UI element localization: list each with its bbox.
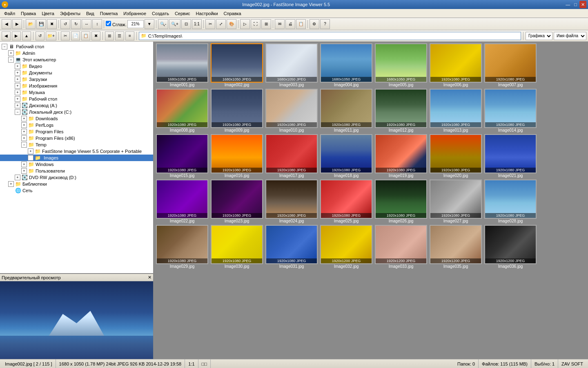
thumbnail-item[interactable]: 1920x1080 JPEGImage014.jpg — [484, 89, 537, 132]
tree-item[interactable]: −📁Temp — [0, 141, 153, 148]
tree-item[interactable]: +📁Музыка — [0, 89, 153, 96]
thumbnail-item[interactable]: 1920x1080 JPEGImage008.jpg — [156, 89, 209, 132]
thumbnail-item[interactable]: 1920x1080 JPEGImage026.jpg — [374, 180, 428, 223]
tree-expander[interactable]: + — [15, 175, 20, 180]
tree-expander[interactable]: + — [15, 76, 20, 82]
thumbnail-item[interactable]: 1920x1080 JPEGImage020.jpg — [429, 134, 482, 178]
thumbnail-item[interactable]: 1920x1080 JPEGImage018.jpg — [320, 134, 373, 178]
menu-item-файл[interactable]: Файл — [2, 10, 18, 17]
thumbnail-item[interactable]: 1920x1080 JPEGImage011.jpg — [320, 89, 373, 132]
open-button[interactable]: 📂 — [26, 19, 36, 29]
tree-expander[interactable]: + — [15, 103, 20, 108]
color-button[interactable]: 🎨 — [227, 19, 236, 29]
tree-item[interactable]: +📁Документы — [0, 70, 153, 76]
tree-item[interactable]: +💽Дисковод (A:) — [0, 102, 153, 109]
tree-expander[interactable]: − — [2, 44, 7, 49]
tree-item[interactable]: +📁PerfLogs — [0, 122, 153, 128]
refresh-button[interactable]: ↺ — [36, 31, 45, 40]
crop-button[interactable]: ✂ — [205, 19, 215, 29]
folder-tree[interactable]: −🖥Рабочий стол+📁Admin−💻Этот компьютер+📁В… — [0, 42, 153, 273]
nav-forward-button[interactable]: ▶ — [12, 31, 21, 40]
fit-button[interactable]: ⊡ — [181, 19, 191, 29]
menu-item-сервис[interactable]: Сервис — [172, 10, 193, 17]
tree-item[interactable]: +📁FastStone Image Viewer 5.5 Corporate +… — [0, 148, 153, 155]
close-button[interactable]: ✕ — [579, 1, 586, 8]
rotate-left-button[interactable]: ↺ — [60, 19, 70, 29]
smoothing-checkbox[interactable] — [106, 21, 111, 26]
delete-button[interactable]: ✖ — [47, 19, 57, 29]
zoom-input[interactable] — [127, 20, 144, 28]
thumbnail-item[interactable]: 1920x1080 JPEGImage010.jpg — [265, 89, 318, 132]
menu-item-справка[interactable]: Справка — [221, 10, 244, 17]
next-button[interactable]: ▶ — [12, 19, 22, 29]
thumbnail-item[interactable]: 1680x1050 JPEGImage005.jpg — [374, 43, 428, 87]
tree-expander[interactable]: + — [15, 90, 20, 95]
tree-item[interactable]: +📁Program Files (x86) — [0, 135, 153, 141]
zoom-out-button[interactable]: 🔍- — [158, 19, 168, 29]
tree-item[interactable]: +📁Библиотеки — [0, 181, 153, 187]
thumbnail-item[interactable]: 1920x1080 JPEGImage023.jpg — [210, 180, 263, 223]
fullscreen-button[interactable]: ⛶ — [251, 19, 261, 29]
thumbnail-item[interactable]: 1920x1200 JPEGImage032.jpg — [320, 225, 373, 269]
tree-item[interactable]: −🖥Рабочий стол — [0, 43, 153, 50]
tree-expander[interactable]: + — [21, 135, 27, 141]
tree-expander[interactable]: + — [21, 168, 27, 174]
prev-button[interactable]: ◀ — [2, 19, 11, 29]
tree-item[interactable]: +📁Загрузки — [0, 76, 153, 83]
tree-item[interactable]: +📁Downloads — [0, 115, 153, 122]
tree-expander[interactable]: + — [28, 148, 33, 154]
nav-up-button[interactable]: ▲ — [22, 31, 31, 40]
new-folder-button[interactable]: 📁+ — [46, 31, 56, 40]
tree-expander[interactable]: + — [15, 96, 20, 102]
tree-expander[interactable]: + — [21, 122, 27, 128]
tree-item[interactable]: +📁Рабочий стол — [0, 96, 153, 102]
zoom-dropdown[interactable]: ▼ — [145, 19, 154, 29]
tree-expander[interactable]: + — [15, 63, 20, 69]
tree-item[interactable]: +📁Images — [0, 155, 153, 161]
menu-item-пометка[interactable]: Пометка — [98, 10, 120, 17]
tree-item[interactable]: +📁Windows — [0, 161, 153, 168]
tree-expander[interactable]: − — [8, 57, 14, 63]
nav-back-button[interactable]: ◀ — [2, 31, 11, 40]
tree-expander[interactable]: + — [21, 116, 27, 121]
view-list-button[interactable]: ☰ — [115, 31, 124, 40]
thumbnail-item[interactable]: 1920x1200 JPEGImage036.jpg — [484, 225, 537, 269]
thumbnail-item[interactable]: 1920x1080 JPEGImage028.jpg — [484, 180, 537, 223]
tree-expander[interactable]: + — [21, 162, 27, 167]
menu-item-эффекты[interactable]: Эффекты — [58, 10, 83, 17]
rotate-right-button[interactable]: ↻ — [71, 19, 81, 29]
flip-h-button[interactable]: ↔ — [82, 19, 91, 29]
flip-v-button[interactable]: ↕ — [92, 19, 102, 29]
preview-close-icon[interactable]: ✕ — [148, 275, 151, 280]
nav-delete-button[interactable]: ✖ — [91, 31, 100, 40]
tree-expander[interactable]: − — [15, 109, 20, 115]
menu-item-создать[interactable]: Создать — [149, 10, 172, 17]
thumbnail-item[interactable]: 1680x1050 JPEGImage004.jpg — [320, 43, 373, 87]
tree-item[interactable]: +📁Пользователи — [0, 168, 153, 174]
zoom-in-button[interactable]: 🔍+ — [169, 19, 180, 29]
tree-expander[interactable]: + — [8, 50, 14, 56]
email-button[interactable]: ✉ — [275, 19, 285, 29]
tree-item[interactable]: +📁Admin — [0, 50, 153, 56]
thumbnail-item[interactable]: 1920x1080 JPEGImage021.jpg — [484, 134, 537, 178]
tree-expander[interactable]: − — [21, 142, 27, 148]
tree-item[interactable]: +📁Видео — [0, 63, 153, 70]
thumbnail-item[interactable]: 1920x1080 JPEGImage019.jpg — [374, 134, 428, 178]
menu-item-вид[interactable]: Вид — [84, 10, 97, 17]
thumbnail-item[interactable]: 1920x1080 JPEGImage013.jpg — [429, 89, 482, 132]
tree-item[interactable]: +📁Program Files — [0, 128, 153, 135]
menu-item-настройки[interactable]: Настройки — [194, 10, 220, 17]
tree-item[interactable]: −💻Этот компьютер — [0, 56, 153, 63]
thumbnail-item[interactable]: 1920x1080 JPEGImage029.jpg — [156, 225, 209, 269]
thumbnail-item[interactable]: 1920x1080 JPEGImage015.jpg — [156, 134, 209, 178]
thumbnail-item[interactable]: 1920x1200 JPEGImage035.jpg — [429, 225, 482, 269]
sort-mode-select[interactable]: Имя файла — [554, 32, 586, 40]
save-button[interactable]: 💾 — [36, 19, 46, 29]
help-button[interactable]: ? — [320, 19, 330, 29]
tree-expander[interactable]: + — [15, 70, 20, 76]
paste-button[interactable]: 📋 — [81, 31, 90, 40]
path-bar[interactable]: 📁 C:\Temp\Images\ — [139, 32, 521, 40]
thumbnail-item[interactable]: 1920x1080 JPEGImage025.jpg — [320, 180, 373, 223]
view-mode-select[interactable]: Графика — [526, 32, 552, 40]
maximize-button[interactable]: □ — [572, 1, 579, 8]
